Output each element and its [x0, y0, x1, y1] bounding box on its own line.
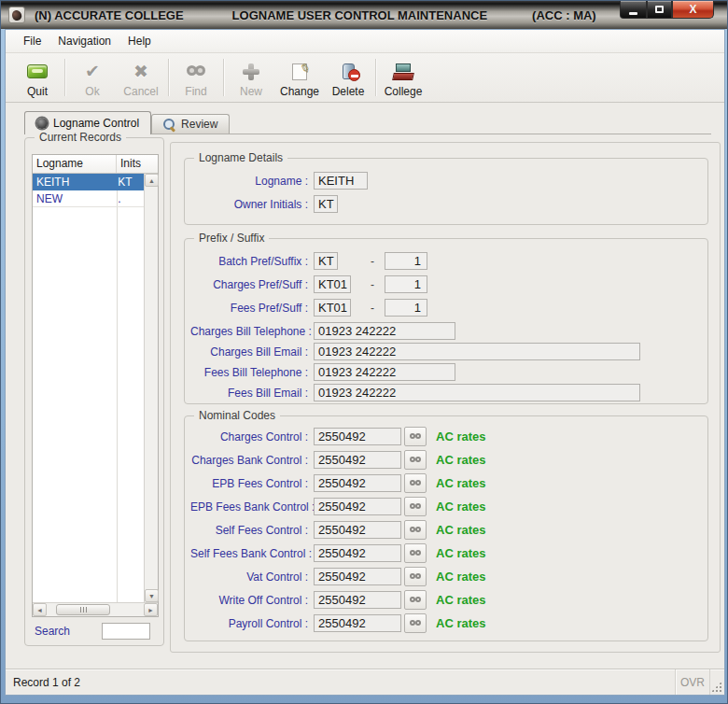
- close-button[interactable]: X: [672, 1, 714, 19]
- self-fees-control-field[interactable]: 2550492: [314, 521, 401, 539]
- scroll-right-icon[interactable]: ►: [144, 603, 158, 616]
- epb-fees-bank-control-label: EPB Fees Bank Control :: [190, 500, 314, 514]
- charges-bill-email-label: Charges Bill Email :: [190, 345, 314, 359]
- new-button[interactable]: New: [227, 53, 275, 102]
- resize-grip[interactable]: [710, 681, 722, 693]
- record-inits: .: [116, 192, 144, 205]
- delete-button[interactable]: Delete: [324, 53, 372, 102]
- ok-button[interactable]: ✔ Ok: [68, 53, 117, 102]
- vat-control-field[interactable]: 2550492: [314, 568, 401, 585]
- fees-bill-email-field[interactable]: 01923 242222: [314, 384, 640, 401]
- charges-bank-control-field[interactable]: 2550492: [314, 451, 401, 469]
- window-body: File Navigation Help Quit ✔ Ok ✖ Cancel …: [5, 29, 725, 696]
- charges-bill-telephone-field[interactable]: 01923 242222: [314, 322, 455, 340]
- lookup-button[interactable]: [404, 567, 427, 586]
- charges-control-label: Charges Control :: [190, 430, 314, 444]
- check-icon: ✔: [80, 61, 105, 83]
- scroll-left-icon[interactable]: ◄: [33, 603, 47, 616]
- fees-bill-telephone-row: Fees Bill Telephone : 01923 242222: [185, 363, 707, 381]
- lookup-button[interactable]: [404, 473, 427, 493]
- charges-control-row: Charges Control : 2550492 AC rates: [185, 428, 707, 445]
- binoculars-icon: [410, 480, 421, 487]
- column-header-inits[interactable]: Inits: [117, 155, 145, 173]
- owner-initials-field[interactable]: KT: [314, 195, 338, 213]
- quit-button[interactable]: Quit: [13, 53, 62, 102]
- nominal-description: AC rates: [436, 546, 485, 560]
- toolbar: Quit ✔ Ok ✖ Cancel Find New: [6, 53, 724, 103]
- write-off-control-field[interactable]: 2550492: [314, 591, 401, 609]
- lookup-button[interactable]: [404, 613, 427, 633]
- fees-bill-telephone-label: Fees Bill Telephone :: [190, 366, 314, 379]
- scroll-down-icon[interactable]: ▼: [145, 589, 159, 602]
- payroll-control-label: Payroll Control :: [190, 617, 314, 630]
- lookup-button[interactable]: [404, 497, 427, 516]
- self-fees-control-label: Self Fees Control :: [190, 524, 314, 537]
- cancel-button[interactable]: ✖ Cancel: [117, 53, 165, 102]
- title-account: (ACC : MA): [532, 8, 596, 22]
- nominal-description: AC rates: [436, 500, 485, 514]
- record-inits: KT: [116, 176, 144, 189]
- minimize-button[interactable]: [620, 1, 647, 19]
- charges-pref-label: Charges Pref/Suff :: [190, 278, 314, 291]
- vertical-scrollbar[interactable]: ▲ ▼: [144, 174, 158, 602]
- maximize-button[interactable]: [647, 1, 672, 19]
- horizontal-scrollbar[interactable]: ◄ ►: [33, 602, 158, 616]
- records-grid-body: KEITH KT NEW .: [33, 174, 144, 602]
- lookup-button[interactable]: [404, 450, 427, 470]
- fees-bill-telephone-field[interactable]: 01923 242222: [314, 363, 455, 381]
- column-header-logname[interactable]: Logname: [33, 155, 117, 173]
- batch-suffix-field[interactable]: 1: [385, 252, 427, 270]
- toolbar-separator: [64, 59, 65, 96]
- find-button[interactable]: Find: [172, 53, 220, 102]
- self-fees-bank-control-field[interactable]: 2550492: [314, 544, 401, 562]
- lookup-button[interactable]: [404, 590, 427, 610]
- menu-file[interactable]: File: [15, 32, 49, 50]
- logname-details-title: Logname Details: [194, 151, 287, 164]
- record-logname: KEITH: [33, 176, 116, 189]
- nominal-description: AC rates: [436, 616, 485, 630]
- search-label: Search: [35, 625, 102, 638]
- tab-review[interactable]: Review: [151, 114, 230, 134]
- title-bar: (N) ACCURATE COLLEGE LOGNAME USER CONTRO…: [1, 1, 728, 29]
- search-row: Search: [35, 623, 150, 640]
- overwrite-mode-indicator: OVR: [675, 669, 710, 695]
- change-button[interactable]: Change: [275, 53, 324, 102]
- epb-fees-control-field[interactable]: 2550492: [314, 474, 401, 492]
- charges-control-field[interactable]: 2550492: [314, 428, 401, 445]
- lookup-button[interactable]: [404, 427, 427, 446]
- charges-pref-field[interactable]: KT01: [314, 275, 351, 293]
- college-button[interactable]: College: [379, 53, 427, 102]
- charges-suffix-field[interactable]: 1: [385, 275, 427, 293]
- epb-fees-bank-control-row: EPB Fees Bank Control : 2550492 AC rates: [185, 498, 707, 515]
- search-input[interactable]: [102, 623, 150, 640]
- lookup-button[interactable]: [404, 543, 427, 563]
- batch-pref-field[interactable]: KT: [314, 252, 338, 270]
- scrollbar-thumb[interactable]: [56, 604, 110, 615]
- binoculars-icon: [410, 503, 421, 511]
- app-mouse-icon: [8, 7, 25, 23]
- fees-pref-label: Fees Pref/Suff :: [190, 302, 314, 315]
- payroll-control-field[interactable]: 2550492: [314, 614, 401, 632]
- epb-fees-bank-control-field[interactable]: 2550492: [314, 498, 401, 515]
- nominal-description: AC rates: [436, 476, 485, 490]
- fees-pref-field[interactable]: KT01: [314, 299, 351, 317]
- magnifier-icon: [163, 119, 175, 131]
- lookup-button[interactable]: [404, 520, 427, 540]
- logname-field[interactable]: KEITH: [314, 172, 368, 190]
- nominal-codes-groupbox: Nominal Codes Charges Control : 2550492 …: [184, 415, 708, 641]
- self-fees-control-row: Self Fees Control : 2550492 AC rates: [185, 521, 707, 539]
- charges-bill-email-field[interactable]: 01923 242222: [314, 343, 640, 360]
- scroll-up-icon[interactable]: ▲: [145, 174, 159, 187]
- window-controls: X: [620, 1, 714, 19]
- record-row-new[interactable]: NEW .: [33, 190, 144, 207]
- fees-suffix-field[interactable]: 1: [385, 299, 427, 317]
- record-row-keith[interactable]: KEITH KT: [33, 174, 144, 190]
- nominal-description: AC rates: [436, 453, 485, 467]
- cross-icon: ✖: [129, 61, 153, 83]
- maximize-icon: [655, 6, 664, 13]
- menu-navigation[interactable]: Navigation: [49, 32, 119, 50]
- status-bar: Record 1 of 2 OVR: [6, 669, 724, 695]
- menu-help[interactable]: Help: [119, 32, 160, 50]
- delete-can-icon: [336, 61, 360, 83]
- owner-initials-field-row: Owner Initials : KT: [185, 195, 707, 213]
